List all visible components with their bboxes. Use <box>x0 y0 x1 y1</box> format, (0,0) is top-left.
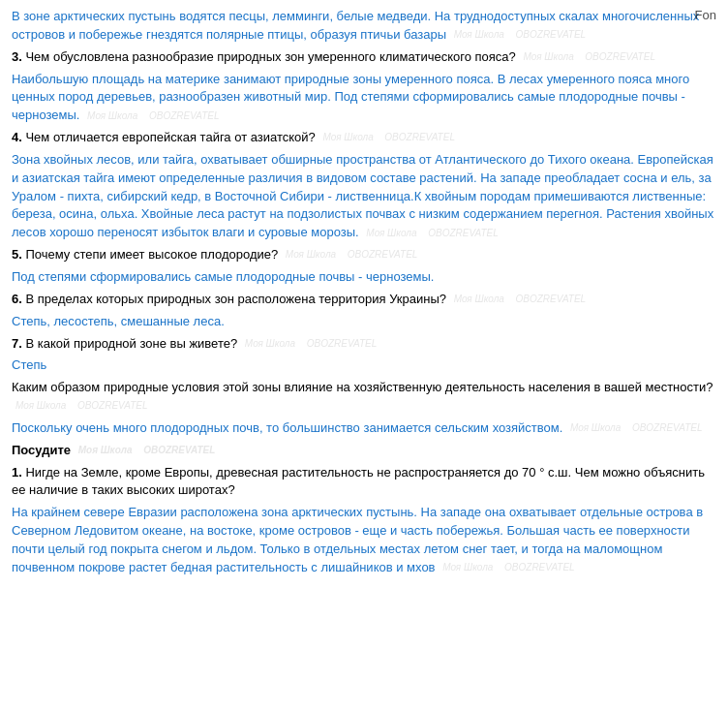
watermark-11: Моя Школа <box>286 248 336 263</box>
page-container: В зоне арктических пустынь водятся песцы… <box>0 0 728 589</box>
watermark-22: OBOZREVATEL <box>143 444 215 458</box>
question-6-block: 6. В пределах которых природных зон расп… <box>12 291 716 309</box>
question-8-block: Каким образом природные условия этой зон… <box>12 379 716 416</box>
watermark-13: Моя Школа <box>454 293 504 307</box>
q5-num: 5. <box>12 247 22 262</box>
watermark-1: Моя Школа <box>454 28 504 43</box>
watermark-2: OBOZREVATEL <box>516 28 587 43</box>
watermark-21: Моя Школа <box>78 444 133 458</box>
section-header: Посудите Моя Школа OBOZREVATEL <box>12 442 716 460</box>
q7-question: В какой природной зоне вы живете? <box>22 336 237 351</box>
watermark-4: OBOZREVATEL <box>585 50 655 65</box>
watermark-5: Моя Школа <box>87 109 137 124</box>
watermark-6: OBOZREVATEL <box>149 109 220 124</box>
q5-question: Почему степи имеет высокое плодородие? <box>22 247 278 262</box>
section-title: Посудите <box>12 443 71 457</box>
fon-label: Fon <box>695 8 716 22</box>
watermark-8: OBOZREVATEL <box>384 131 455 145</box>
watermark-9: Моя Школа <box>366 227 416 241</box>
watermark-3: Моя Школа <box>523 50 573 65</box>
intro-text: В зоне арктических пустынь водятся песцы… <box>12 9 699 42</box>
question-7-block: 7. В какой природной зоне вы живете? Моя… <box>12 335 716 354</box>
watermark-14: OBOZREVATEL <box>516 293 587 307</box>
q7-num: 7. <box>12 336 22 351</box>
q6-num: 6. <box>12 292 22 306</box>
q3-num: 3. <box>12 49 22 64</box>
q6-question: В пределах которых природных зон располо… <box>22 292 446 306</box>
answer-3-block: Наибольшую площадь на материке занимают … <box>12 71 716 126</box>
intro-block: В зоне арктических пустынь водятся песцы… <box>12 8 716 45</box>
q4-answer: Зона хвойных лесов, или тайга, охватывае… <box>12 152 713 239</box>
q7-answer: Степь <box>12 357 46 372</box>
watermark-7: Моя Школа <box>322 131 373 145</box>
answer-7-block: Степь <box>12 356 716 375</box>
question-9-block: 1. Нигде на Земле, кроме Европы, древесн… <box>12 464 716 501</box>
q9-num: 1. <box>12 465 22 480</box>
watermark-24: OBOZREVATEL <box>504 561 575 575</box>
q4-question: Чем отличается европейская тайга от азиа… <box>22 130 316 144</box>
answer-5-block: Под степями сформировались самые плодоро… <box>12 268 716 287</box>
q8-answer: Поскольку очень много плодородных почв, … <box>12 420 562 435</box>
answer-6-block: Степь, лесостепь, смешанные леса. <box>12 313 716 331</box>
watermark-20: OBOZREVATEL <box>632 421 703 436</box>
watermark-12: OBOZREVATEL <box>348 248 418 263</box>
q8-question: Каким образом природные условия этой зон… <box>12 380 713 394</box>
q9-question: Нигде на Земле, кроме Европы, древесная … <box>12 465 705 498</box>
watermark-15: Моя Школа <box>245 337 295 352</box>
watermark-16: OBOZREVATEL <box>307 337 378 352</box>
watermark-23: Моя Школа <box>442 561 493 575</box>
watermark-10: OBOZREVATEL <box>428 227 499 241</box>
answer-8-block: Поскольку очень много плодородных почв, … <box>12 419 716 438</box>
answer-9-block: На крайнем севере Евразии расположена зо… <box>12 504 716 576</box>
watermark-17: Моя Школа <box>15 399 66 414</box>
q5-answer: Под степями сформировались самые плодоро… <box>12 269 434 284</box>
question-4-block: 4. Чем отличается европейская тайга от а… <box>12 129 716 147</box>
watermark-19: Моя Школа <box>570 421 621 436</box>
q3-answer: Наибольшую площадь на материке занимают … <box>12 72 689 123</box>
answer-4-block: Зона хвойных лесов, или тайга, охватывае… <box>12 151 716 242</box>
q6-answer: Степь, лесостепь, смешанные леса. <box>12 314 225 328</box>
q4-num: 4. <box>12 130 22 144</box>
question-5-block: 5. Почему степи имеет высокое плодородие… <box>12 246 716 264</box>
q3-question: Чем обусловлена разнообразие природных з… <box>22 49 516 64</box>
q9-answer: На крайнем севере Евразии расположена зо… <box>12 505 703 574</box>
question-3-block: 3. Чем обусловлена разнообразие природны… <box>12 48 716 67</box>
watermark-18: OBOZREVATEL <box>77 399 148 414</box>
